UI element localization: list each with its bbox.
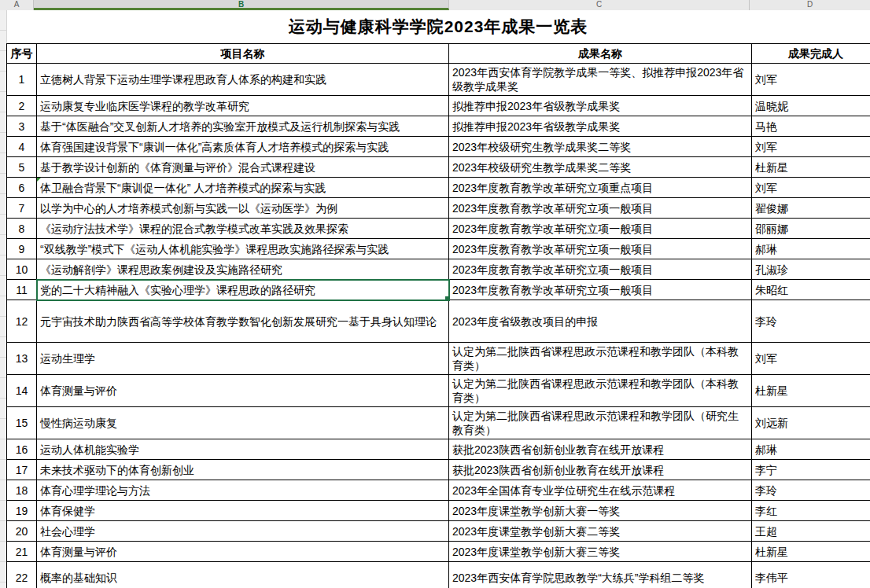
column-header-c[interactable]: C (449, 0, 750, 10)
project-name-cell[interactable]: 体育强国建设背景下“康训一体化”高素质体育人才培养模式的探索与实践 (37, 137, 449, 157)
row-number-cell[interactable]: 8 (7, 219, 37, 239)
completer-cell[interactable]: 杜新星 (752, 375, 870, 407)
row-number-cell[interactable]: 14 (7, 375, 37, 407)
table-row: 2 运动康复专业临床医学课程的教学改革研究 拟推荐申报2023年省级教学成果奖 … (7, 96, 870, 116)
completer-cell[interactable]: 朱昭红 (752, 280, 870, 300)
result-name-cell[interactable]: 2023年西安体育学院教学成果一等奖、拟推荐申报2023年省级教学成果奖 (449, 64, 752, 96)
row-number-cell[interactable]: 6 (7, 178, 37, 198)
row-number-cell[interactable]: 1 (7, 64, 37, 96)
result-name-cell[interactable]: 2023年全国体育专业学位研究生在线示范课程 (449, 480, 752, 501)
result-name-cell[interactable]: 获批2023陕西省创新创业教育在线开放课程 (449, 460, 752, 480)
completer-cell[interactable]: 刘军 (752, 178, 870, 198)
project-name-cell[interactable]: 元宇宙技术助力陕西省高等学校体育教学数智化创新发展研究一基于具身认知理论 (37, 300, 449, 343)
project-name-cell[interactable]: 未来技术驱动下的体育创新创业 (37, 460, 449, 480)
column-header-d[interactable]: D (750, 0, 870, 10)
completer-cell[interactable]: 王超 (752, 521, 870, 542)
row-number-cell[interactable]: 16 (7, 439, 37, 460)
result-name-cell[interactable]: 2023年校级研究生教学成果奖二等奖 (449, 137, 752, 157)
column-header-a[interactable]: A (0, 0, 34, 10)
result-name-cell[interactable]: 2023年校级研究生教学成果奖二等奖 (449, 157, 752, 178)
project-name-cell[interactable]: 体育心理学理论与方法 (37, 480, 449, 501)
completer-cell[interactable]: 杜新星 (752, 542, 870, 562)
row-number-cell[interactable]: 21 (7, 542, 37, 562)
completer-cell[interactable]: 郝琳 (752, 439, 870, 460)
header-cell-completer[interactable]: 成果完成人 (752, 44, 870, 64)
row-number-cell[interactable]: 9 (7, 239, 37, 259)
completer-cell[interactable]: 李玲 (752, 300, 870, 343)
project-name-cell[interactable]: 体育保健学 (37, 501, 449, 521)
result-name-cell[interactable]: 2023年度教育教学改革研究立项一般项目 (449, 280, 752, 300)
completer-cell[interactable]: 温晓妮 (752, 96, 870, 116)
project-name-cell[interactable]: “双线教学”模式下《运动人体机能实验学》课程思政实施路径探索与实践 (37, 239, 449, 259)
completer-cell[interactable]: 翟俊娜 (752, 198, 870, 219)
completer-cell[interactable]: 刘军 (752, 137, 870, 157)
column-header-b-selected[interactable]: B (34, 0, 449, 10)
project-name-cell[interactable]: 运动康复专业临床医学课程的教学改革研究 (37, 96, 449, 116)
result-name-cell[interactable]: 认定为第二批陕西省课程思政示范课程和教学团队（本科教育类） (449, 343, 752, 375)
project-name-cell[interactable]: 运动生理学 (37, 343, 449, 375)
row-number-cell[interactable]: 4 (7, 137, 37, 157)
project-name-cell[interactable]: 《运动解剖学》课程思政案例建设及实施路径研究 (37, 259, 449, 280)
project-name-cell[interactable]: 基于“体医融合”交叉创新人才培养的实验室开放模式及运行机制探索与实践 (37, 116, 449, 137)
header-cell-project-name[interactable]: 项目名称 (37, 44, 449, 64)
project-name-cell[interactable]: 体育测量与评价 (37, 375, 449, 407)
row-number-cell[interactable]: 22 (7, 562, 37, 588)
result-name-cell[interactable]: 2023年西安体育学院思政教学“大练兵”学科组二等奖 (449, 562, 752, 588)
row-number-cell[interactable]: 15 (7, 407, 37, 439)
table-row: 6 体卫融合背景下“康训促一体化” 人才培养模式的探索与实践 2023年度教育教… (7, 178, 870, 198)
row-number-cell[interactable]: 11 (7, 280, 37, 300)
header-cell-number[interactable]: 序号 (7, 44, 37, 64)
row-number-cell[interactable]: 2 (7, 96, 37, 116)
project-name-cell[interactable]: 运动人体机能实验学 (37, 439, 449, 460)
result-name-cell[interactable]: 2023年度省级教改项目的申报 (449, 300, 752, 343)
completer-cell[interactable]: 李玲 (752, 480, 870, 501)
result-name-cell[interactable]: 认定为第二批陕西省课程思政示范课程和教学团队（研究生教育类） (449, 407, 752, 439)
row-number-cell[interactable]: 18 (7, 480, 37, 501)
row-number-cell[interactable]: 20 (7, 521, 37, 542)
sheet-area: 运动与健康科学学院2023年成果一览表 序号 项目名称 成果名称 成果完成人 1… (0, 10, 870, 588)
project-name-cell[interactable]: 《运动疗法技术学》课程的混合式教学模式改革实践及效果探索 (37, 219, 449, 239)
row-number-cell[interactable]: 17 (7, 460, 37, 480)
result-name-cell[interactable]: 2023年度教育教学改革研究立项一般项目 (449, 239, 752, 259)
row-number-cell[interactable]: 3 (7, 116, 37, 137)
project-name-cell[interactable]: 立德树人背景下运动生理学课程思政育人体系的构建和实践 (37, 64, 449, 96)
completer-cell[interactable]: 刘军 (752, 64, 870, 96)
selected-cell-b11[interactable]: 党的二十大精神融入《实验心理学》课程思政的路径研究 (37, 280, 449, 300)
row-number-cell[interactable]: 12 (7, 300, 37, 343)
result-name-cell[interactable]: 拟推荐申报2023年省级教学成果奖 (449, 96, 752, 116)
page-title[interactable]: 运动与健康科学学院2023年成果一览表 (289, 16, 588, 38)
completer-cell[interactable]: 刘军 (752, 343, 870, 375)
header-cell-result-name[interactable]: 成果名称 (449, 44, 752, 64)
result-name-cell[interactable]: 2023年度教育教学改革研究立项一般项目 (449, 259, 752, 280)
result-name-cell[interactable]: 2023年度课堂教学创新大赛二等奖 (449, 521, 752, 542)
project-name-cell[interactable]: 体卫融合背景下“康训促一体化” 人才培养模式的探索与实践 (37, 178, 449, 198)
result-name-cell[interactable]: 认定为第二批陕西省课程思政示范课程和教学团队（本科教育类） (449, 375, 752, 407)
completer-cell[interactable]: 李红 (752, 501, 870, 521)
project-name-cell[interactable]: 以学为中心的人才培养模式创新与实践一以《运动医学》为例 (37, 198, 449, 219)
result-name-cell[interactable]: 2023年度教育教学改革研究立项重点项目 (449, 178, 752, 198)
result-name-cell[interactable]: 2023年度课堂教学创新大赛三等奖 (449, 542, 752, 562)
result-name-cell[interactable]: 2023年度教育教学改革研究立项一般项目 (449, 219, 752, 239)
result-name-cell[interactable]: 2023年度课堂教学创新大赛一等奖 (449, 501, 752, 521)
row-number-cell[interactable]: 5 (7, 157, 37, 178)
completer-cell[interactable]: 杜新星 (752, 157, 870, 178)
completer-cell[interactable]: 邵丽娜 (752, 219, 870, 239)
project-name-cell[interactable]: 概率的基础知识 (37, 562, 449, 588)
result-name-cell[interactable]: 拟推荐申报2023年省级教学成果奖 (449, 116, 752, 137)
project-name-cell[interactable]: 社会心理学 (37, 521, 449, 542)
result-name-cell[interactable]: 获批2023陕西省创新创业教育在线开放课程 (449, 439, 752, 460)
row-number-cell[interactable]: 19 (7, 501, 37, 521)
completer-cell[interactable]: 郝琳 (752, 239, 870, 259)
result-name-cell[interactable]: 2023年度教育教学改革研究立项一般项目 (449, 198, 752, 219)
completer-cell[interactable]: 刘远新 (752, 407, 870, 439)
row-number-cell[interactable]: 7 (7, 198, 37, 219)
row-number-cell[interactable]: 10 (7, 259, 37, 280)
row-number-cell[interactable]: 13 (7, 343, 37, 375)
completer-cell[interactable]: 李宁 (752, 460, 870, 480)
completer-cell[interactable]: 李伟平 (752, 562, 870, 588)
project-name-cell[interactable]: 体育测量与评价 (37, 542, 449, 562)
project-name-cell[interactable]: 基于教学设计创新的《体育测量与评价》混合式课程建设 (37, 157, 449, 178)
completer-cell[interactable]: 马艳 (752, 116, 870, 137)
completer-cell[interactable]: 孔淑珍 (752, 259, 870, 280)
project-name-cell[interactable]: 慢性病运动康复 (37, 407, 449, 439)
